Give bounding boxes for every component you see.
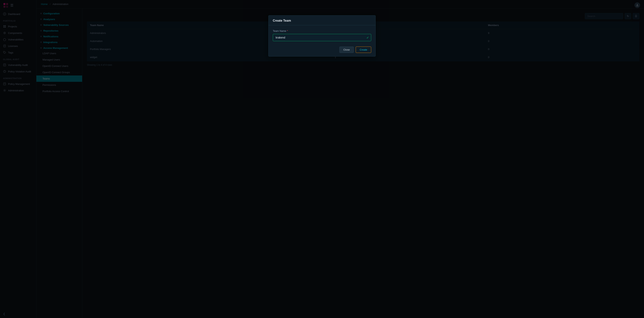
team-name-input[interactable] xyxy=(273,34,371,41)
team-name-label: Team Name * xyxy=(273,30,371,32)
modal-overlay: Create Team Team Name * ✓ Close Create xyxy=(0,0,644,318)
close-button[interactable]: Close xyxy=(340,47,354,53)
modal-footer: Close Create xyxy=(268,44,376,56)
modal-body: Team Name * ✓ xyxy=(268,25,376,44)
create-button[interactable]: Create xyxy=(356,47,371,53)
team-name-label-text: Team Name xyxy=(273,30,286,32)
input-valid-check-icon: ✓ xyxy=(366,36,369,40)
create-team-modal: Create Team Team Name * ✓ Close Create xyxy=(268,15,376,57)
team-name-input-wrapper: ✓ xyxy=(273,34,371,41)
required-indicator: * xyxy=(287,30,288,32)
modal-title: Create Team xyxy=(268,16,376,25)
